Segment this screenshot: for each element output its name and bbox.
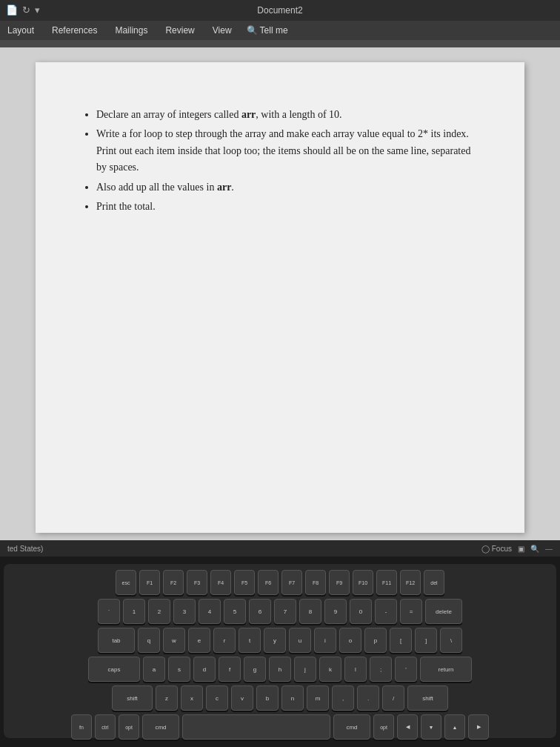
key-b[interactable]: b [256,685,279,711]
document-title: Document2 [257,5,302,16]
key-8[interactable]: 8 [299,599,321,624]
key-p[interactable]: p [364,628,387,653]
review-menu[interactable]: Review [162,24,197,37]
key-period[interactable]: . [357,685,379,711]
key-r[interactable]: r [213,628,236,653]
key-return[interactable]: return [420,657,472,682]
key-lbracket[interactable]: [ [390,628,412,653]
key-q[interactable]: q [138,628,160,653]
key-spacebar[interactable] [182,714,330,740]
key-t[interactable]: t [239,628,261,653]
menu-bar: Layout References Mailings Review View 🔍… [0,21,560,40]
key-a[interactable]: a [143,657,165,682]
key-f2[interactable]: F2 [163,570,184,595]
key-del[interactable]: del [424,570,444,595]
key-f3[interactable]: F3 [187,570,207,595]
key-arrow-down[interactable]: ▼ [421,714,441,740]
layout-icon: ▣ [518,545,524,553]
key-f9[interactable]: F9 [329,570,350,595]
key-l[interactable]: l [344,657,367,682]
key-slash[interactable]: / [382,685,404,711]
key-equals[interactable]: = [400,599,422,624]
key-rbracket[interactable]: ] [415,628,437,653]
keyboard: esc F1 F2 F3 F4 F5 F6 F7 F8 F9 F10 F11 F… [4,564,556,738]
document-page[interactable]: Declare an array of integers called arr,… [36,62,524,533]
bullet-text-1c: , with a length of 10. [256,109,341,120]
key-delete[interactable]: delete [425,599,462,624]
key-9[interactable]: 9 [324,599,347,624]
key-arrow-up[interactable]: ▲ [444,714,465,740]
bullet-text-2: Write a for loop to step through the arr… [96,128,470,173]
search-icon: 🔍 [247,25,258,36]
key-f6[interactable]: F6 [258,570,279,595]
key-minus[interactable]: - [375,599,397,624]
key-s[interactable]: s [168,657,190,682]
key-v[interactable]: v [231,685,253,711]
key-f[interactable]: f [219,657,241,682]
key-y[interactable]: y [264,628,286,653]
references-menu[interactable]: References [49,24,100,37]
focus-status: ◯ Focus [481,545,512,553]
key-2[interactable]: 2 [148,599,170,624]
key-k[interactable]: k [319,657,341,682]
key-cmd-left[interactable]: cmd [142,714,179,740]
key-f11[interactable]: F11 [376,570,397,595]
key-backtick[interactable]: ` [98,599,120,624]
key-u[interactable]: u [289,628,311,653]
key-f10[interactable]: F10 [353,570,373,595]
key-4[interactable]: 4 [199,599,221,624]
key-caps[interactable]: caps [88,657,140,682]
key-e[interactable]: e [188,628,210,653]
bullet-text-3a: Also add up all the values in [96,182,217,193]
key-ctrl[interactable]: ctrl [95,714,116,740]
key-h[interactable]: h [269,657,291,682]
key-n[interactable]: n [281,685,304,711]
title-bar: 📄 ↻ ▾ Document2 [0,0,560,21]
key-j[interactable]: j [294,657,316,682]
key-5[interactable]: 5 [224,599,246,624]
tell-me-container[interactable]: 🔍 Tell me [247,25,288,36]
key-f5[interactable]: F5 [234,570,255,595]
key-f7[interactable]: F7 [281,570,302,595]
key-quote[interactable]: ' [395,657,417,682]
key-m[interactable]: m [307,685,329,711]
undo-icon: ↻ [22,4,30,16]
key-f8[interactable]: F8 [305,570,326,595]
mailings-menu[interactable]: Mailings [112,24,150,37]
key-z[interactable]: z [156,685,178,711]
key-3[interactable]: 3 [173,599,196,624]
key-opt-left[interactable]: opt [119,714,139,740]
key-d[interactable]: d [193,657,216,682]
key-fn-key[interactable]: fn [71,714,92,740]
view-menu[interactable]: View [210,24,235,37]
key-semicolon[interactable]: ; [370,657,392,682]
keyboard-area: esc F1 F2 F3 F4 F5 F6 F7 F8 F9 F10 F11 F… [0,557,560,747]
key-arrow-left[interactable]: ◀ [397,714,418,740]
key-comma[interactable]: , [332,685,354,711]
key-6[interactable]: 6 [249,599,271,624]
key-0[interactable]: 0 [350,599,372,624]
key-o[interactable]: o [339,628,361,653]
key-x[interactable]: x [181,685,203,711]
key-shift-right[interactable]: shift [407,685,448,711]
key-7[interactable]: 7 [274,599,296,624]
key-f12[interactable]: F12 [400,570,421,595]
key-shift-left[interactable]: shift [112,685,153,711]
key-f1[interactable]: F1 [139,570,160,595]
key-esc[interactable]: esc [116,570,136,595]
ribbon-area [0,40,560,47]
list-item: Declare an array of integers called arr,… [96,107,473,123]
key-arrow-right[interactable]: ▶ [468,714,489,740]
key-1[interactable]: 1 [123,599,145,624]
key-opt-right[interactable]: opt [373,714,394,740]
key-backslash[interactable]: \ [440,628,462,653]
key-i[interactable]: i [314,628,336,653]
key-c[interactable]: c [206,685,228,711]
layout-menu[interactable]: Layout [4,24,37,37]
key-f4[interactable]: F4 [210,570,231,595]
down-arrow-icon: ▾ [35,4,40,16]
key-cmd-right[interactable]: cmd [333,714,370,740]
key-w[interactable]: w [163,628,185,653]
key-tab[interactable]: tab [98,628,135,653]
key-g[interactable]: g [244,657,266,682]
